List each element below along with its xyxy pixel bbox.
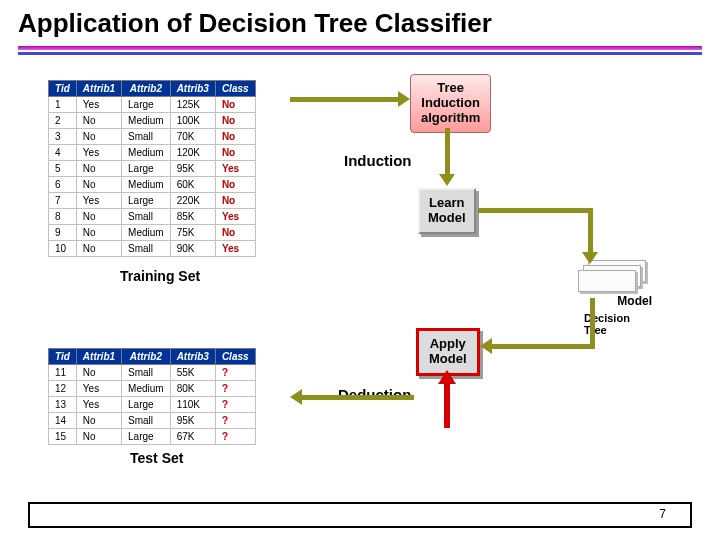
table-row: 6NoMedium60KNo xyxy=(49,177,256,193)
red-emphasis-arrow xyxy=(438,370,456,428)
cell-a2: Small xyxy=(122,129,171,145)
arrow-algorithm-to-learn xyxy=(440,128,456,186)
cell-cls: ? xyxy=(215,429,255,445)
cell-cls: ? xyxy=(215,381,255,397)
arrow-learn-to-model xyxy=(478,206,618,276)
test-set-label: Test Set xyxy=(130,450,183,466)
th-a1: Attrib1 xyxy=(76,81,121,97)
cell-a1: No xyxy=(76,113,121,129)
cell-a1: Yes xyxy=(76,145,121,161)
cell-a2: Medium xyxy=(122,381,171,397)
th2-a1: Attrib1 xyxy=(76,349,121,365)
cell-cls: Yes xyxy=(215,209,255,225)
induction-label: Induction xyxy=(344,152,412,169)
cell-a1: No xyxy=(76,161,121,177)
test-table: Tid Attrib1 Attrib2 Attrib3 Class 11NoSm… xyxy=(48,348,256,445)
cell-tid: 12 xyxy=(49,381,77,397)
cell-a2: Medium xyxy=(122,113,171,129)
table-row: 2NoMedium100KNo xyxy=(49,113,256,129)
cell-cls: No xyxy=(215,145,255,161)
cell-cls: ? xyxy=(215,365,255,381)
cell-tid: 8 xyxy=(49,209,77,225)
training-table: Tid Attrib1 Attrib2 Attrib3 Class 1YesLa… xyxy=(48,80,256,257)
cell-a1: Yes xyxy=(76,381,121,397)
apply-l1: Apply xyxy=(429,337,467,352)
page-number: 7 xyxy=(659,507,666,521)
apply-l2: Model xyxy=(429,352,467,367)
cell-a1: No xyxy=(76,225,121,241)
table-row: 11NoSmall55K? xyxy=(49,365,256,381)
cell-a1: No xyxy=(76,241,121,257)
cell-tid: 10 xyxy=(49,241,77,257)
cell-a2: Large xyxy=(122,193,171,209)
arrow-model-to-apply xyxy=(480,298,610,358)
cell-a3: 60K xyxy=(170,177,215,193)
cell-a3: 75K xyxy=(170,225,215,241)
model-label: Model xyxy=(617,294,652,308)
tree-induction-block: Tree Induction algorithm xyxy=(410,74,491,133)
training-tbody: 1YesLarge125KNo2NoMedium100KNo3NoSmall70… xyxy=(49,97,256,257)
table-row: 3NoSmall70KNo xyxy=(49,129,256,145)
cell-cls: No xyxy=(215,113,255,129)
cell-a2: Medium xyxy=(122,145,171,161)
cell-tid: 11 xyxy=(49,365,77,381)
cell-a3: 90K xyxy=(170,241,215,257)
th2-a2: Attrib2 xyxy=(122,349,171,365)
cell-a2: Small xyxy=(122,413,171,429)
tree-induction-l2: Induction xyxy=(421,96,480,111)
cell-cls: No xyxy=(215,225,255,241)
cell-a2: Small xyxy=(122,365,171,381)
cell-a3: 125K xyxy=(170,97,215,113)
th-a2: Attrib2 xyxy=(122,81,171,97)
th-tid: Tid xyxy=(49,81,77,97)
cell-tid: 13 xyxy=(49,397,77,413)
cell-tid: 9 xyxy=(49,225,77,241)
cell-a2: Large xyxy=(122,429,171,445)
cell-a2: Medium xyxy=(122,177,171,193)
table-row: 1YesLarge125KNo xyxy=(49,97,256,113)
cell-a1: No xyxy=(76,129,121,145)
table-row: 15NoLarge67K? xyxy=(49,429,256,445)
cell-a3: 120K xyxy=(170,145,215,161)
table-row: 5NoLarge95KYes xyxy=(49,161,256,177)
cell-cls: Yes xyxy=(215,161,255,177)
cell-tid: 1 xyxy=(49,97,77,113)
training-set-label: Training Set xyxy=(120,268,200,284)
table-row: 8NoSmall85KYes xyxy=(49,209,256,225)
cell-a1: No xyxy=(76,177,121,193)
diagram-area: Tid Attrib1 Attrib2 Attrib3 Class 1YesLa… xyxy=(30,70,690,500)
th2-tid: Tid xyxy=(49,349,77,365)
test-tbody: 11NoSmall55K?12YesMedium80K?13YesLarge11… xyxy=(49,365,256,445)
cell-cls: ? xyxy=(215,397,255,413)
learn-l1: Learn xyxy=(428,196,466,211)
th2-class: Class xyxy=(215,349,255,365)
table-row: 14NoSmall95K? xyxy=(49,413,256,429)
cell-a3: 80K xyxy=(170,381,215,397)
cell-a1: Yes xyxy=(76,193,121,209)
cell-a1: Yes xyxy=(76,397,121,413)
arrow-training-to-algorithm xyxy=(290,94,410,104)
cell-cls: No xyxy=(215,177,255,193)
cell-a3: 220K xyxy=(170,193,215,209)
cell-tid: 3 xyxy=(49,129,77,145)
table-row: 9NoMedium75KNo xyxy=(49,225,256,241)
table-row: 4YesMedium120KNo xyxy=(49,145,256,161)
apply-model-block: Apply Model xyxy=(416,328,480,376)
cell-a3: 95K xyxy=(170,161,215,177)
cell-cls: ? xyxy=(215,413,255,429)
cell-cls: No xyxy=(215,129,255,145)
cell-cls: No xyxy=(215,97,255,113)
slide-title: Application of Decision Tree Classifier xyxy=(0,0,720,43)
cell-tid: 5 xyxy=(49,161,77,177)
table-row: 12YesMedium80K? xyxy=(49,381,256,397)
table-row: 7YesLarge220KNo xyxy=(49,193,256,209)
cell-a1: No xyxy=(76,429,121,445)
cell-tid: 4 xyxy=(49,145,77,161)
cell-a3: 100K xyxy=(170,113,215,129)
table-row: 10NoSmall90KYes xyxy=(49,241,256,257)
cell-a3: 67K xyxy=(170,429,215,445)
th-class: Class xyxy=(215,81,255,97)
cell-tid: 15 xyxy=(49,429,77,445)
cell-a3: 85K xyxy=(170,209,215,225)
cell-a1: No xyxy=(76,413,121,429)
